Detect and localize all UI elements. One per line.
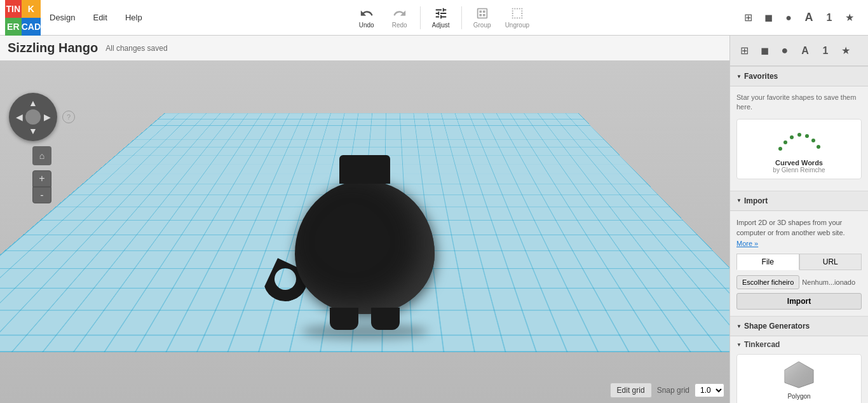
curved-words-card[interactable]: Curved Words by Glenn Reimche bbox=[736, 119, 862, 179]
favorites-collapse-arrow: ▼ bbox=[736, 74, 742, 79]
edit-grid-button[interactable]: Edit grid bbox=[610, 383, 652, 398]
menu-edit[interactable]: Edit bbox=[84, 0, 116, 36]
foot-right bbox=[371, 308, 400, 330]
curved-words-preview bbox=[774, 125, 825, 156]
import-body: Import 2D or 3D shapes from your compute… bbox=[730, 211, 868, 317]
svg-point-4 bbox=[805, 134, 809, 138]
import-tabs: File URL bbox=[736, 254, 862, 270]
sg-collapse-arrow: ▼ bbox=[736, 324, 742, 329]
curved-words-name: Curved Words bbox=[775, 159, 823, 167]
model-feet bbox=[314, 308, 416, 333]
shape-generators-header[interactable]: ▼ Shape Generators bbox=[730, 316, 868, 336]
sg-sub-header: ▼ Tinkercad bbox=[736, 340, 862, 349]
file-input-row: Escolher ficheiro Nenhum...ionado bbox=[736, 275, 862, 289]
svg-point-6 bbox=[817, 145, 820, 149]
import-tab-url[interactable]: URL bbox=[799, 254, 862, 270]
right-content[interactable]: ▼ Favorites Star your favorite shapes to… bbox=[730, 66, 868, 403]
nav-right[interactable]: ▶ bbox=[39, 109, 55, 125]
model-body bbox=[295, 181, 435, 314]
topbar: TIN K ER CAD Design Edit Help Undo Redo … bbox=[0, 0, 868, 36]
rt-sphere-icon[interactable]: ● bbox=[776, 42, 794, 60]
favorites-description: Star your favorite shapes to save them h… bbox=[736, 93, 862, 113]
sphere-icon[interactable]: ● bbox=[779, 8, 798, 27]
rt-grid-icon[interactable]: ⊞ bbox=[735, 42, 753, 60]
help-button[interactable]: ? bbox=[62, 111, 75, 123]
group-button[interactable]: Group bbox=[467, 3, 498, 33]
text-icon[interactable]: A bbox=[799, 8, 818, 27]
nav-left[interactable]: ◀ bbox=[11, 109, 27, 125]
sg-tinkercad-label: Tinkercad bbox=[744, 340, 780, 349]
rt-text-icon[interactable]: A bbox=[796, 42, 814, 60]
foot-left bbox=[330, 308, 358, 330]
import-label: Import bbox=[744, 196, 768, 205]
import-description: Import 2D or 3D shapes from your compute… bbox=[736, 217, 862, 249]
toolbar-group: Undo Redo Adjust Group Ungroup bbox=[346, 3, 539, 33]
cube-icon[interactable]: ◼ bbox=[759, 8, 778, 27]
title-bar: Sizzling Hango All changes saved bbox=[0, 36, 729, 61]
logo-cad: CAD bbox=[22, 18, 41, 36]
choose-file-button[interactable]: Escolher ficheiro bbox=[736, 275, 799, 289]
svg-point-5 bbox=[811, 139, 815, 142]
rt-star-icon[interactable]: ★ bbox=[837, 42, 855, 60]
svg-point-1 bbox=[783, 140, 787, 144]
ungroup-button[interactable]: Ungroup bbox=[500, 3, 534, 33]
import-collapse-arrow: ▼ bbox=[736, 198, 742, 203]
sg-tinkercad-arrow: ▼ bbox=[736, 342, 742, 348]
sg-tinkercad-section: ▼ Tinkercad bbox=[730, 336, 868, 403]
redo-button[interactable]: Redo bbox=[384, 3, 415, 33]
logo[interactable]: TIN K ER CAD bbox=[5, 0, 41, 36]
logo-er: ER bbox=[5, 18, 22, 36]
curved-words-author: by Glenn Reimche bbox=[773, 167, 825, 174]
save-status: All changes saved bbox=[105, 44, 167, 53]
zoom-in-button[interactable]: + bbox=[32, 170, 51, 187]
main-layout: Sizzling Hango All changes saved bbox=[0, 36, 868, 403]
nav-down[interactable]: ▼ bbox=[25, 123, 41, 139]
svg-marker-8 bbox=[785, 362, 813, 388]
favorites-section-header[interactable]: ▼ Favorites bbox=[730, 66, 868, 86]
zoom-out-button[interactable]: - bbox=[32, 187, 51, 203]
menu-design[interactable]: Design bbox=[41, 0, 84, 36]
svg-point-2 bbox=[790, 135, 794, 139]
favorites-body: Star your favorite shapes to save them h… bbox=[730, 86, 868, 191]
undo-button[interactable]: Undo bbox=[351, 3, 382, 33]
file-name-display: Nenhum...ionado bbox=[802, 278, 862, 286]
rt-number-icon[interactable]: 1 bbox=[817, 42, 834, 60]
star-icon[interactable]: ★ bbox=[840, 8, 859, 27]
adjust-button[interactable]: Adjust bbox=[426, 3, 456, 33]
logo-k: K bbox=[22, 0, 41, 18]
polygon-preview bbox=[780, 359, 818, 390]
import-tab-file[interactable]: File bbox=[736, 254, 799, 270]
nav-up[interactable]: ▲ bbox=[25, 95, 41, 111]
right-top-icons: ⊞ ◼ ● A 1 ★ bbox=[730, 36, 868, 66]
logo-tin: TIN bbox=[5, 0, 22, 18]
polygon-name: Polygon bbox=[787, 393, 810, 400]
number-icon[interactable]: 1 bbox=[820, 8, 839, 27]
svg-point-0 bbox=[778, 147, 782, 151]
grid-view-icon[interactable]: ⊞ bbox=[738, 8, 757, 27]
menu-help[interactable]: Help bbox=[116, 0, 151, 36]
snap-grid-select[interactable]: 1.0 0.5 2.0 bbox=[695, 383, 724, 397]
rt-cube-icon[interactable]: ◼ bbox=[756, 42, 773, 60]
viewport[interactable]: ▲ ▼ ◀ ▶ ? ⌂ + - bbox=[0, 61, 729, 403]
import-section-header[interactable]: ▼ Import bbox=[730, 191, 868, 211]
nav-ring: ▲ ▼ ◀ ▶ bbox=[9, 93, 57, 141]
import-button[interactable]: Import bbox=[736, 293, 862, 310]
3d-model bbox=[282, 130, 447, 333]
nav-center[interactable] bbox=[25, 109, 41, 125]
svg-point-3 bbox=[797, 133, 801, 137]
right-panel: ⊞ ◼ ● A 1 ★ ▼ Favorites Star your favori… bbox=[729, 36, 868, 403]
zoom-controls: + - bbox=[32, 170, 51, 203]
sg-label: Shape Generators bbox=[744, 322, 810, 331]
project-title[interactable]: Sizzling Hango bbox=[8, 41, 98, 55]
model-neck bbox=[339, 155, 390, 184]
nav-controls: ▲ ▼ ◀ ▶ ? ⌂ + - bbox=[9, 93, 75, 203]
top-right-icons: ⊞ ◼ ● A 1 ★ bbox=[735, 8, 863, 27]
snap-grid-label: Snap grid bbox=[657, 386, 689, 395]
favorites-label: Favorites bbox=[744, 72, 778, 81]
polygon-shape-card[interactable]: Polygon by Tinkercad - Pe... bbox=[736, 354, 862, 403]
nav-home-button[interactable]: ⌂ bbox=[32, 146, 51, 165]
canvas-area[interactable]: Sizzling Hango All changes saved bbox=[0, 36, 729, 403]
bottom-controls: Edit grid Snap grid 1.0 0.5 2.0 bbox=[610, 383, 724, 398]
import-more-link[interactable]: More » bbox=[736, 240, 758, 247]
